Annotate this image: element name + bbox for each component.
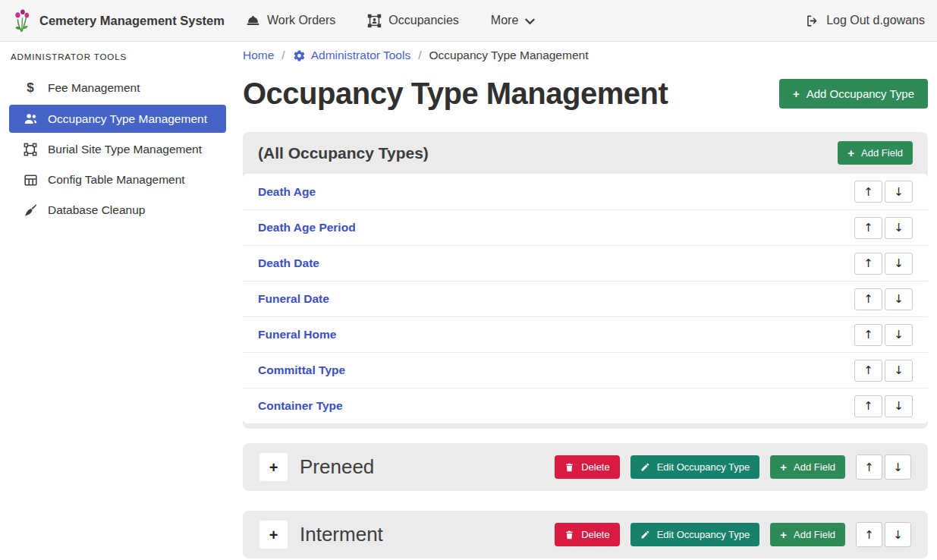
tulip-logo-icon <box>12 8 32 33</box>
move-down-button[interactable]: ↓ <box>885 360 913 382</box>
sidebar-item-label: Fee Management <box>48 81 140 95</box>
move-up-button[interactable]: ↑ <box>854 395 882 417</box>
delete-button[interactable]: Delete <box>555 455 620 479</box>
arrow-down-icon: ↓ <box>894 399 904 413</box>
move-up-button[interactable]: ↑ <box>854 217 882 239</box>
logout-link[interactable]: Log Out d.gowans <box>805 14 925 28</box>
expand-button[interactable]: + <box>259 521 288 549</box>
move-up-button[interactable]: ↑ <box>854 288 882 310</box>
field-row: Death Age ↑ ↓ <box>243 174 928 209</box>
edit-occupancy-type-button[interactable]: Edit Occupancy Type <box>630 523 760 546</box>
arrow-up-icon: ↑ <box>863 292 873 306</box>
sidebar-item-config-table-management[interactable]: Config Table Management <box>9 165 226 195</box>
move-up-button[interactable]: ↑ <box>854 181 882 203</box>
move-down-button[interactable]: ↓ <box>885 217 913 239</box>
field-link[interactable]: Death Age <box>258 185 316 199</box>
expand-plus-icon: + <box>269 459 278 476</box>
panel-title: (All Occupancy Types) <box>258 144 429 162</box>
monument-icon <box>367 14 382 28</box>
add-field-button[interactable]: + Add Field <box>838 141 913 165</box>
move-down-button[interactable]: ↓ <box>885 181 913 203</box>
move-up-button[interactable]: ↑ <box>854 324 882 346</box>
edit-occupancy-type-button[interactable]: Edit Occupancy Type <box>630 455 760 479</box>
move-down-button[interactable]: ↓ <box>885 522 911 547</box>
field-row: Container Type ↑ ↓ <box>243 388 928 423</box>
field-row: Funeral Date ↑ ↓ <box>243 281 928 316</box>
field-list: Death Age ↑ ↓ Death Age Period ↑ ↓ Death… <box>243 174 928 423</box>
breadcrumb-separator: / <box>418 49 421 62</box>
arrow-down-icon: ↓ <box>894 256 904 270</box>
field-row: Death Age Period ↑ ↓ <box>243 209 928 245</box>
app-title: Cemetery Management System <box>39 14 225 28</box>
nav-occupancies-label: Occupancies <box>388 14 459 27</box>
expand-button[interactable]: + <box>259 453 288 481</box>
trash-icon <box>564 530 574 540</box>
sidebar-item-fee-management[interactable]: $ Fee Management <box>9 73 226 103</box>
move-up-button[interactable]: ↑ <box>856 522 882 547</box>
nav-more[interactable]: More <box>491 14 535 27</box>
plus-icon: + <box>793 88 800 99</box>
breadcrumb: Home / Administrator Tools / Occupancy T… <box>243 49 928 62</box>
sidebar-item-label: Database Cleanup <box>48 203 145 217</box>
move-down-button[interactable]: ↓ <box>885 324 913 346</box>
field-link[interactable]: Container Type <box>258 399 343 413</box>
gear-icon <box>293 49 306 62</box>
arrow-up-icon: ↑ <box>863 256 873 270</box>
pencil-icon <box>640 530 650 540</box>
move-down-button[interactable]: ↓ <box>885 288 913 310</box>
delete-button[interactable]: Delete <box>555 523 620 546</box>
breadcrumb-admin-tools-link[interactable]: Administrator Tools <box>293 49 411 62</box>
users-icon <box>23 112 38 125</box>
table-icon <box>23 174 38 187</box>
field-link[interactable]: Funeral Date <box>258 292 329 306</box>
field-row: Funeral Home ↑ ↓ <box>243 316 928 352</box>
add-field-button[interactable]: + Add Field <box>770 455 845 479</box>
move-down-button[interactable]: ↓ <box>885 395 913 417</box>
section-title: Interment <box>300 523 383 546</box>
field-link[interactable]: Funeral Home <box>258 328 336 341</box>
arrow-down-icon: ↓ <box>894 292 904 306</box>
nav-occupancies[interactable]: Occupancies <box>367 14 459 28</box>
breadcrumb-home-link[interactable]: Home <box>243 49 274 62</box>
sign-out-icon <box>805 14 819 28</box>
arrow-down-icon: ↓ <box>894 363 904 377</box>
app-brand[interactable]: Cemetery Management System <box>12 8 225 33</box>
breadcrumb-separator: / <box>281 49 285 62</box>
admin-sidebar: ADMINISTRATOR TOOLS $ Fee Management Occ… <box>0 42 235 560</box>
move-down-button[interactable]: ↓ <box>885 455 911 480</box>
sidebar-heading: ADMINISTRATOR TOOLS <box>11 52 226 61</box>
sidebar-item-database-cleanup[interactable]: Database Cleanup <box>9 195 226 225</box>
top-navbar: Cemetery Management System Work Orders <box>0 0 937 42</box>
add-occupancy-type-button[interactable]: + Add Occupancy Type <box>779 79 928 109</box>
trash-icon <box>564 462 574 473</box>
all-occupancy-types-panel: (All Occupancy Types) + Add Field Death … <box>243 132 928 429</box>
arrow-up-icon: ↑ <box>864 461 874 474</box>
arrow-down-icon: ↓ <box>894 185 904 199</box>
move-up-button[interactable]: ↑ <box>856 455 882 480</box>
arrow-up-icon: ↑ <box>864 528 874 542</box>
arrow-up-icon: ↑ <box>863 363 873 377</box>
field-row: Committal Type ↑ ↓ <box>243 352 928 388</box>
hard-hat-icon <box>246 14 260 28</box>
sidebar-item-occupancy-type-management[interactable]: Occupancy Type Management <box>9 105 226 133</box>
breadcrumb-current: Occupancy Type Management <box>429 49 589 62</box>
main-content: Home / Administrator Tools / Occupancy T… <box>243 42 928 558</box>
nav-work-orders[interactable]: Work Orders <box>246 14 335 28</box>
sidebar-item-label: Config Table Management <box>48 173 185 187</box>
move-up-button[interactable]: ↑ <box>854 360 882 382</box>
field-link[interactable]: Death Date <box>258 256 319 270</box>
move-down-button[interactable]: ↓ <box>885 253 913 275</box>
field-link[interactable]: Death Age Period <box>258 221 356 234</box>
arrow-down-icon: ↓ <box>893 528 903 542</box>
arrow-down-icon: ↓ <box>894 221 904 234</box>
nav-more-label: More <box>491 14 518 27</box>
add-field-button[interactable]: + Add Field <box>770 523 845 546</box>
dollar-icon: $ <box>23 80 38 96</box>
sidebar-item-burial-site-type-management[interactable]: Burial Site Type Management <box>9 134 226 165</box>
arrow-down-icon: ↓ <box>893 461 903 474</box>
arrow-up-icon: ↑ <box>863 221 873 234</box>
move-up-button[interactable]: ↑ <box>854 253 882 275</box>
field-link[interactable]: Committal Type <box>258 363 345 377</box>
breadcrumb-admin-tools-label: Administrator Tools <box>311 49 411 62</box>
logout-label: Log Out d.gowans <box>826 14 925 27</box>
